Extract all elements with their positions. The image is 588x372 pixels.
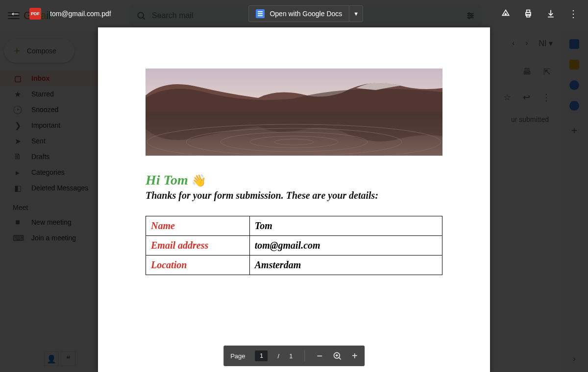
svg-line-23 (339, 358, 341, 360)
back-arrow-icon[interactable]: ← (10, 7, 21, 20)
field-value: tom@gmail.com (249, 236, 442, 256)
field-label: Location (146, 256, 250, 275)
page-separator: / (278, 352, 280, 360)
document-body: Hi Tom 👋 Thanks for your form submission… (146, 156, 442, 275)
zoom-in-button[interactable]: + (352, 350, 358, 362)
table-row: LocationAmsterdam (146, 256, 442, 275)
greeting: Hi Tom 👋 (146, 172, 442, 188)
download-icon[interactable] (546, 9, 556, 19)
page-total: 1 (289, 352, 293, 360)
svg-rect-11 (527, 10, 530, 13)
viewer-filename: tom@gmail.com.pdf (50, 10, 111, 18)
add-to-drive-icon[interactable] (501, 9, 511, 19)
field-label: Name (146, 216, 250, 236)
pdf-page: Hi Tom 👋 Thanks for your form submission… (98, 27, 490, 372)
table-row: Email addresstom@gmail.com (146, 236, 442, 256)
pdf-badge-icon: PDF (29, 8, 41, 20)
greeting-text: Hi Tom (146, 172, 192, 187)
field-value: Amsterdam (249, 256, 442, 275)
open-with-button[interactable]: Open with Google Docs ▼ (248, 5, 363, 22)
open-with-caret[interactable]: ▼ (349, 6, 363, 22)
google-docs-icon (256, 9, 265, 18)
field-value: Tom (249, 216, 442, 236)
wave-emoji: 👋 (192, 174, 206, 187)
open-with-label: Open with Google Docs (270, 10, 342, 18)
more-actions-icon[interactable]: ⋮ (568, 8, 578, 20)
page-label: Page (230, 352, 245, 360)
hero-image (146, 69, 442, 156)
thanks-text: Thanks for your form submission. These a… (146, 190, 442, 201)
zoom-reset-icon[interactable] (332, 351, 342, 361)
table-row: NameTom (146, 216, 442, 236)
zoom-out-button[interactable]: − (317, 350, 322, 362)
page-controls: Page / 1 − + (223, 346, 365, 366)
print-icon[interactable] (523, 9, 533, 19)
page-current-input[interactable] (255, 350, 268, 361)
viewer-topbar: ← PDF tom@gmail.com.pdf Open with Google… (0, 0, 588, 27)
details-table: NameTom Email addresstom@gmail.com Locat… (146, 216, 442, 275)
field-label: Email address (146, 236, 250, 256)
